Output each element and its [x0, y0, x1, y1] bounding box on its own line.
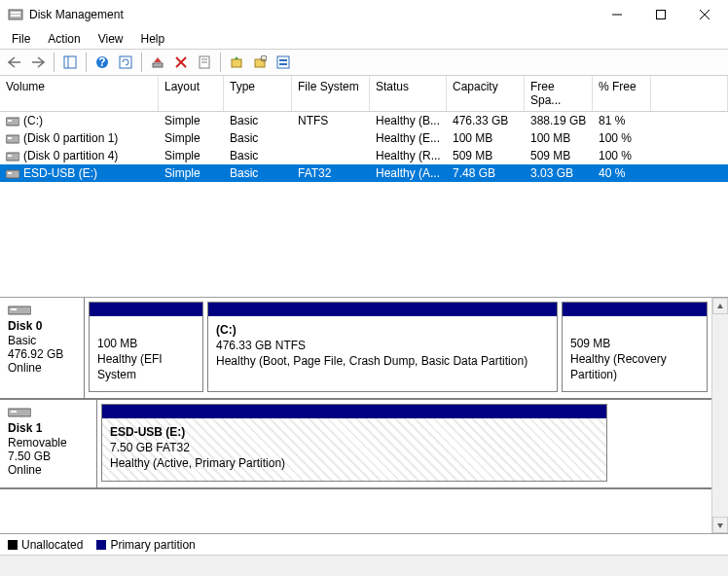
disk-row: Disk 1Removable7.50 GBOnlineESD-USB (E:)…	[0, 400, 711, 489]
volume-list-body[interactable]: (C:)SimpleBasicNTFSHealthy (B...476.33 G…	[0, 112, 728, 297]
volume-row[interactable]: (Disk 0 partition 1)SimpleBasicHealthy (…	[0, 129, 728, 147]
disk-header[interactable]: Disk 1Removable7.50 GBOnline	[0, 400, 97, 487]
volume-capacity: 476.33 GB	[447, 113, 525, 128]
partition-stripe	[208, 303, 557, 316]
disk-size: 7.50 GB	[8, 450, 89, 463]
eject-button[interactable]	[147, 52, 168, 73]
partition-box[interactable]: (C:)476.33 GB NTFSHealthy (Boot, Page Fi…	[207, 302, 558, 392]
disk-kind: Removable	[8, 436, 89, 450]
partition-status: Healthy (Boot, Page File, Crash Dump, Ba…	[216, 353, 549, 369]
action-button-1[interactable]	[226, 52, 247, 73]
scroll-up-button[interactable]	[712, 298, 728, 314]
volume-fs: NTFS	[292, 113, 370, 128]
volume-row[interactable]: ESD-USB (E:)SimpleBasicFAT32Healthy (A..…	[0, 164, 728, 182]
maximize-button[interactable]	[638, 1, 682, 28]
menu-bar: File Action View Help	[0, 29, 728, 49]
show-hide-tree-button[interactable]	[59, 52, 81, 73]
col-pctfree[interactable]: % Free	[593, 76, 651, 111]
volume-free: 388.19 GB	[525, 113, 593, 128]
title-bar: Disk Management	[0, 0, 728, 29]
volume-name: (Disk 0 partition 1)	[23, 131, 118, 145]
col-status[interactable]: Status	[370, 76, 447, 111]
partition-status: Healthy (Active, Primary Partition)	[110, 455, 599, 471]
partition-box[interactable]: ESD-USB (E:)7.50 GB FAT32Healthy (Active…	[101, 404, 607, 482]
volume-name: (Disk 0 partition 4)	[23, 149, 118, 162]
disk-state: Online	[8, 361, 76, 375]
svg-rect-11	[120, 56, 131, 68]
drive-icon	[6, 134, 19, 144]
refresh-button[interactable]	[115, 52, 136, 73]
volume-type: Basic	[224, 148, 292, 163]
svg-rect-21	[277, 56, 289, 68]
svg-rect-7	[64, 56, 76, 68]
partition-status: Healthy (Recovery Partition)	[570, 351, 699, 382]
forward-button[interactable]	[27, 52, 49, 73]
svg-rect-29	[8, 155, 12, 157]
properties-button[interactable]	[194, 52, 215, 73]
col-volume[interactable]: Volume	[0, 76, 159, 111]
disk-size: 476.92 GB	[8, 347, 76, 361]
col-capacity[interactable]: Capacity	[447, 76, 525, 111]
close-button[interactable]	[682, 1, 726, 28]
toolbar: ?	[0, 49, 728, 76]
disk-row: Disk 0Basic476.92 GBOnline100 MBHealthy …	[0, 298, 711, 400]
partition-box[interactable]: 509 MBHealthy (Recovery Partition)	[562, 302, 708, 392]
volume-capacity: 509 MB	[447, 148, 525, 163]
menu-view[interactable]: View	[91, 30, 131, 48]
col-layout[interactable]: Layout	[159, 76, 224, 111]
disk-map-body[interactable]: Disk 0Basic476.92 GBOnline100 MBHealthy …	[0, 298, 711, 533]
volume-name: ESD-USB (E:)	[23, 166, 97, 180]
volume-row[interactable]: (C:)SimpleBasicNTFSHealthy (B...476.33 G…	[0, 112, 728, 129]
svg-rect-18	[232, 59, 241, 67]
disk-name: Disk 0	[8, 319, 76, 333]
volume-type: Basic	[224, 113, 292, 128]
legend: Unallocated Primary partition	[0, 533, 728, 555]
partition-title: ESD-USB (E:)	[110, 424, 599, 440]
svg-rect-22	[279, 59, 287, 61]
svg-rect-31	[8, 172, 12, 174]
col-type[interactable]: Type	[224, 76, 292, 111]
volume-pct: 81 %	[593, 113, 651, 128]
help-button[interactable]: ?	[91, 52, 113, 73]
menu-file[interactable]: File	[4, 30, 38, 48]
volume-layout: Simple	[159, 113, 224, 128]
volume-free: 509 MB	[525, 148, 593, 163]
col-freespace[interactable]: Free Spa...	[525, 76, 593, 111]
window-title: Disk Management	[29, 8, 595, 21]
volume-capacity: 100 MB	[447, 130, 525, 146]
legend-unallocated: Unallocated	[8, 538, 83, 552]
partition-stripe	[563, 303, 707, 316]
volume-row[interactable]: (Disk 0 partition 4)SimpleBasicHealthy (…	[0, 147, 728, 164]
vertical-scrollbar[interactable]	[711, 298, 728, 533]
back-button[interactable]	[4, 52, 25, 73]
action-button-2[interactable]	[249, 52, 271, 73]
partition-row: ESD-USB (E:)7.50 GB FAT32Healthy (Active…	[97, 400, 711, 487]
menu-action[interactable]: Action	[40, 30, 88, 48]
disk-header[interactable]: Disk 0Basic476.92 GBOnline	[0, 298, 85, 398]
menu-help[interactable]: Help	[133, 30, 173, 48]
minimize-button[interactable]	[595, 1, 638, 28]
volume-fs	[292, 137, 370, 139]
disk-state: Online	[8, 463, 89, 477]
delete-button[interactable]	[170, 52, 192, 73]
svg-rect-19	[255, 59, 265, 67]
partition-stripe	[90, 303, 202, 316]
volume-free: 3.03 GB	[525, 165, 593, 181]
volume-name: (C:)	[23, 114, 43, 127]
app-icon	[8, 7, 23, 22]
svg-rect-4	[656, 11, 665, 19]
volume-pct: 100 %	[593, 148, 651, 163]
partition-box[interactable]: 100 MBHealthy (EFI System	[89, 302, 203, 392]
drive-icon	[6, 152, 19, 162]
svg-rect-1	[11, 12, 20, 14]
col-filesystem[interactable]: File System	[292, 76, 370, 111]
settings-button[interactable]	[273, 52, 294, 73]
volume-capacity: 7.48 GB	[447, 165, 525, 181]
volume-pct: 100 %	[593, 130, 651, 146]
disk-name: Disk 1	[8, 421, 89, 435]
volume-status: Healthy (R...	[370, 148, 447, 163]
scroll-track[interactable]	[712, 314, 728, 517]
scroll-down-button[interactable]	[712, 517, 728, 533]
svg-text:?: ?	[98, 55, 105, 69]
volume-layout: Simple	[159, 148, 224, 163]
